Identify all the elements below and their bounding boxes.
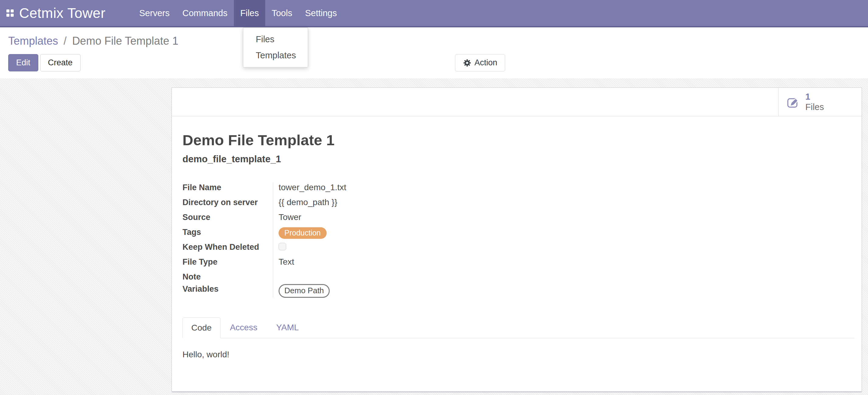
create-button[interactable]: Create xyxy=(40,54,81,71)
tab-yaml[interactable]: YAML xyxy=(267,317,308,338)
field-row-note: Note xyxy=(183,271,854,283)
field-row-file-name: File Name tower_demo_1.txt xyxy=(183,182,854,197)
field-row-keep-when-deleted: Keep When Deleted xyxy=(183,241,854,256)
main-menu: Servers Commands Files Tools Settings xyxy=(133,0,343,26)
field-row-directory: Directory on server {{ demo_path }} xyxy=(183,197,854,211)
field-label: Directory on server xyxy=(183,197,273,207)
tab-access[interactable]: Access xyxy=(220,317,267,338)
keep-when-deleted-checkbox[interactable] xyxy=(279,243,286,251)
breadcrumb-parent-link[interactable]: Templates xyxy=(8,35,58,47)
field-label: Keep When Deleted xyxy=(183,241,273,252)
field-row-variables: Variables Demo Path xyxy=(183,283,854,298)
code-tab-content: Hello, world! xyxy=(183,350,854,359)
notebook-tabs: Code Access YAML xyxy=(183,317,854,338)
field-label: Note xyxy=(183,271,273,282)
dropdown-item-files[interactable]: Files xyxy=(243,31,308,47)
edit-note-icon xyxy=(786,96,799,108)
record-sheet: 1 Files Demo File Template 1 demo_file_t… xyxy=(172,88,862,392)
files-dropdown-menu: Files Templates xyxy=(243,27,308,67)
files-stat-button[interactable]: 1 Files xyxy=(778,88,862,116)
nav-item-servers[interactable]: Servers xyxy=(133,0,176,26)
breadcrumb-current: Demo File Template 1 xyxy=(72,35,179,47)
field-label: Variables xyxy=(183,283,273,294)
nav-item-commands[interactable]: Commands xyxy=(176,0,234,26)
dropdown-item-templates[interactable]: Templates xyxy=(243,47,308,64)
apps-menu-button[interactable] xyxy=(0,0,19,26)
field-value: Tower xyxy=(273,211,301,222)
field-label: Source xyxy=(183,211,273,222)
field-value xyxy=(273,271,279,272)
form-view-background: 1 Files Demo File Template 1 demo_file_t… xyxy=(0,78,868,395)
stat-label: Files xyxy=(805,102,824,112)
tab-code[interactable]: Code xyxy=(183,318,220,338)
gear-icon xyxy=(463,59,471,67)
stat-button-band: 1 Files xyxy=(172,88,862,117)
field-row-file-type: File Type Text xyxy=(183,256,854,271)
top-navbar: Cetmix Tower Servers Commands Files Tool… xyxy=(0,0,868,27)
breadcrumb-separator: / xyxy=(61,35,69,47)
field-value: Text xyxy=(273,256,294,267)
field-row-tags: Tags Production xyxy=(183,226,854,241)
field-label: File Name xyxy=(183,182,273,192)
variable-pill-demo-path: Demo Path xyxy=(279,284,330,298)
tag-badge-production: Production xyxy=(279,227,327,239)
action-button[interactable]: Action xyxy=(455,54,505,71)
button-row: Edit Create Action xyxy=(8,54,868,71)
stat-count: 1 xyxy=(805,92,824,102)
record-title: Demo File Template 1 xyxy=(183,132,854,149)
control-panel: Templates / Demo File Template 1 Edit Cr… xyxy=(0,27,868,78)
nav-item-settings[interactable]: Settings xyxy=(299,0,343,26)
field-label: File Type xyxy=(183,256,273,267)
action-button-label: Action xyxy=(474,58,497,67)
app-brand[interactable]: Cetmix Tower xyxy=(19,0,112,26)
nav-item-files[interactable]: Files xyxy=(234,0,265,26)
record-reference: demo_file_template_1 xyxy=(183,154,854,165)
apps-grid-icon xyxy=(6,9,14,17)
breadcrumb: Templates / Demo File Template 1 xyxy=(8,35,868,47)
field-value: {{ demo_path }} xyxy=(273,197,337,207)
field-group: File Name tower_demo_1.txt Directory on … xyxy=(183,182,854,298)
field-value: tower_demo_1.txt xyxy=(273,182,346,192)
field-row-source: Source Tower xyxy=(183,211,854,226)
field-label: Tags xyxy=(183,226,273,237)
sheet-body: Demo File Template 1 demo_file_template_… xyxy=(172,117,862,359)
nav-item-tools[interactable]: Tools xyxy=(265,0,299,26)
edit-button[interactable]: Edit xyxy=(8,54,38,71)
